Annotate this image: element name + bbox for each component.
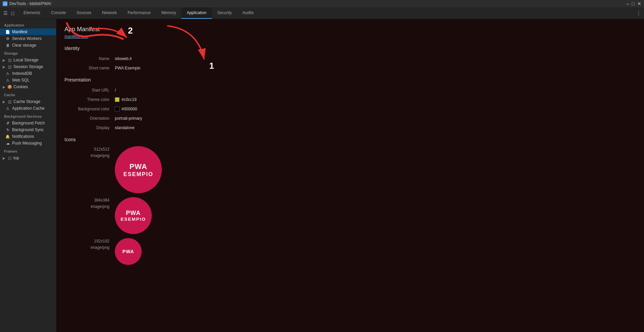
presentation-section-header: Presentation bbox=[64, 77, 636, 84]
background-sync-icon: ↻ bbox=[5, 127, 10, 132]
pwa-icon-384: PWA ESEMPIO bbox=[115, 197, 152, 234]
sidebar-item-service-workers[interactable]: ⚙ Service Workers bbox=[0, 35, 56, 42]
sidebar-item-push-messaging-label: Push Messaging bbox=[12, 141, 42, 146]
sidebar-item-notifications-label: Notifications bbox=[12, 134, 34, 139]
application-cache-icon: ⚠ bbox=[5, 106, 10, 111]
sidebar-item-background-fetch-label: Background Fetch bbox=[12, 121, 45, 125]
sidebar-item-background-sync[interactable]: ↻ Background Sync bbox=[0, 126, 56, 133]
pwa-icon-512: PWA ESEMPIO bbox=[115, 146, 162, 193]
main-layout: Application 📄 Manifest ⚙ Service Workers… bbox=[0, 19, 644, 332]
icon-192-type: image/png bbox=[64, 244, 109, 251]
bg-color-swatch[interactable] bbox=[115, 107, 120, 111]
tab-memory[interactable]: Memory bbox=[156, 7, 181, 19]
sidebar: Application 📄 Manifest ⚙ Service Workers… bbox=[0, 19, 56, 332]
indexeddb-icon: ⚠ bbox=[5, 71, 10, 76]
section-label-application: Application bbox=[0, 20, 56, 29]
device-toolbar-button[interactable]: ◻ bbox=[9, 10, 16, 16]
sidebar-item-top-frame-label: top bbox=[13, 156, 19, 160]
sidebar-item-indexeddb-label: IndexedDB bbox=[12, 71, 32, 76]
tab-bar-left: ☰ ◻ bbox=[0, 7, 18, 19]
tab-elements[interactable]: Elements bbox=[18, 7, 46, 19]
sidebar-item-cache-storage-label: Cache Storage bbox=[13, 99, 40, 104]
sidebar-item-cookies-label: Cookies bbox=[13, 85, 28, 89]
icon-512-meta: 512x512 image/png bbox=[64, 146, 115, 159]
theme-color-row: Theme color #c0cc19 bbox=[64, 96, 636, 103]
bg-color-value: #000000 bbox=[115, 107, 137, 111]
sidebar-item-session-storage-label: Session Storage bbox=[13, 64, 43, 69]
close-button[interactable]: ✕ bbox=[637, 1, 641, 6]
icon-512-size: 512x512 bbox=[64, 146, 109, 153]
tab-security[interactable]: Security bbox=[212, 7, 237, 19]
display-label: Display bbox=[64, 125, 115, 130]
cookies-expand-icon: ▶ bbox=[3, 85, 5, 89]
title-bar-controls: – □ ✕ bbox=[627, 1, 641, 6]
title-bar-left: </> DevTools - bibibit/PWA/ bbox=[3, 1, 51, 6]
sidebar-item-local-storage[interactable]: ▶ ◫ Local Storage bbox=[0, 57, 56, 63]
icon-384-meta: 384x384 image/png bbox=[64, 197, 115, 210]
service-workers-icon: ⚙ bbox=[5, 36, 10, 41]
background-fetch-icon: ⇵ bbox=[5, 121, 10, 125]
clear-storage-icon: 🗑 bbox=[5, 43, 10, 48]
theme-color-swatch[interactable] bbox=[115, 97, 120, 102]
start-url-row: Start URL / bbox=[64, 87, 636, 94]
local-storage-icon: ◫ bbox=[7, 58, 12, 62]
sidebar-item-push-messaging[interactable]: ☁ Push Messaging bbox=[0, 140, 56, 147]
orientation-row: Orientation portrait-primary bbox=[64, 115, 636, 122]
minimize-button[interactable]: – bbox=[627, 1, 629, 6]
sidebar-item-clear-storage[interactable]: 🗑 Clear storage bbox=[0, 42, 56, 49]
local-storage-expand-icon: ▶ bbox=[3, 58, 5, 62]
display-row: Display standalone bbox=[64, 124, 636, 131]
sidebar-item-local-storage-label: Local Storage bbox=[13, 58, 38, 62]
sidebar-item-cache-storage[interactable]: ▶ ◫ Cache Storage bbox=[0, 98, 56, 105]
sidebar-item-cookies[interactable]: ▶ 🍪 Cookies bbox=[0, 84, 56, 90]
icon-row-192: 192x192 image/png PWA bbox=[64, 238, 636, 266]
icon-384-size: 384x384 bbox=[64, 197, 109, 204]
sidebar-item-session-storage[interactable]: ▶ ◫ Session Storage bbox=[0, 63, 56, 70]
section-label-frames: Frames bbox=[0, 147, 56, 155]
short-name-value: PWA Esempio bbox=[115, 66, 140, 70]
short-name-row: Short name PWA Esempio bbox=[64, 64, 636, 72]
web-sql-icon: ⚠ bbox=[5, 78, 10, 82]
session-storage-expand-icon: ▶ bbox=[3, 65, 5, 69]
more-tabs-button[interactable]: ⋮ bbox=[636, 10, 641, 16]
tab-audits[interactable]: Audits bbox=[237, 7, 259, 19]
cookies-icon: 🍪 bbox=[7, 85, 12, 89]
sidebar-item-application-cache[interactable]: ⚠ Application Cache bbox=[0, 105, 56, 112]
icon-row-384: 384x384 image/png PWA ESEMPIO bbox=[64, 197, 636, 235]
sidebar-item-indexeddb[interactable]: ⚠ IndexedDB bbox=[0, 70, 56, 77]
icon-384-display: PWA ESEMPIO bbox=[115, 197, 636, 235]
icon-row-512: 512x512 image/png PWA ESEMPIO bbox=[64, 146, 636, 195]
devtools-icon: </> bbox=[3, 1, 7, 6]
icons-section-header: Icons bbox=[64, 137, 636, 144]
tab-bar: ☰ ◻ Elements Console Sources Network Per… bbox=[0, 7, 644, 19]
top-frame-icon: ▢ bbox=[7, 156, 12, 160]
svg-text:</>: </> bbox=[3, 2, 7, 6]
icon-192-display: PWA bbox=[115, 238, 636, 266]
sidebar-item-manifest[interactable]: 📄 Manifest bbox=[0, 29, 56, 35]
sidebar-item-notifications[interactable]: 🔔 Notifications bbox=[0, 133, 56, 140]
tab-performance[interactable]: Performance bbox=[122, 7, 156, 19]
sidebar-item-top-frame[interactable]: ▶ ▢ top bbox=[0, 155, 56, 161]
devtools-menu-button[interactable]: ☰ bbox=[2, 10, 9, 16]
theme-color-label: Theme color bbox=[64, 97, 115, 102]
tab-console[interactable]: Console bbox=[46, 7, 71, 19]
cache-storage-expand-icon: ▶ bbox=[3, 100, 5, 104]
sidebar-item-background-fetch[interactable]: ⇵ Background Fetch bbox=[0, 120, 56, 126]
icon-192-size: 192x192 bbox=[64, 238, 109, 244]
tab-sources[interactable]: Sources bbox=[71, 7, 97, 19]
pwa-icon-192: PWA bbox=[115, 238, 142, 265]
name-label: Name bbox=[64, 56, 115, 61]
theme-color-value: #c0cc19 bbox=[115, 97, 137, 102]
tab-application[interactable]: Application bbox=[181, 7, 212, 19]
name-row: Name sitoweb.it bbox=[64, 55, 636, 62]
sidebar-item-application-cache-label: Application Cache bbox=[12, 106, 45, 111]
manifest-icon: 📄 bbox=[5, 30, 10, 34]
tabs-container: Elements Console Sources Network Perform… bbox=[18, 7, 633, 19]
start-url-label: Start URL bbox=[64, 88, 115, 93]
sidebar-item-web-sql[interactable]: ⚠ Web SQL bbox=[0, 77, 56, 84]
title-bar-text: DevTools - bibibit/PWA/ bbox=[9, 1, 51, 6]
maximize-button[interactable]: □ bbox=[632, 1, 635, 6]
icon-512-type: image/png bbox=[64, 153, 109, 159]
manifest-file-link[interactable]: manifest.json bbox=[64, 34, 636, 39]
tab-network[interactable]: Network bbox=[97, 7, 122, 19]
